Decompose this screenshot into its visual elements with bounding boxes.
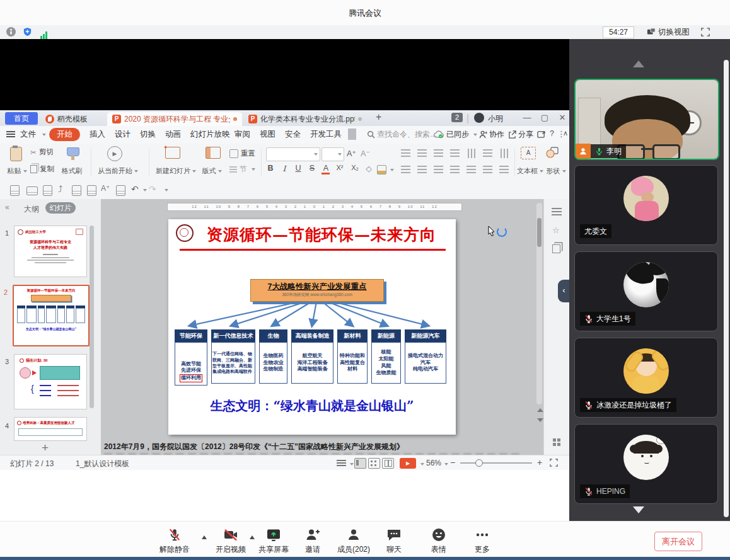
indent-increase-icon[interactable] <box>450 149 460 157</box>
tab-outline[interactable]: 大纲 <box>24 204 39 215</box>
format-painter-button[interactable]: 格式刷 <box>55 166 88 176</box>
emoji-button[interactable]: 表情 <box>431 527 446 555</box>
wps-doc-tab-active[interactable]: P 2020 资源循环科学与工程 专业介绍 <box>107 112 242 126</box>
canvas-scrollbar-track[interactable] <box>536 203 542 404</box>
menu-devtools[interactable]: 开发工具 <box>310 129 342 140</box>
underline-button[interactable]: U <box>293 164 304 173</box>
distribute-icon[interactable] <box>466 166 476 174</box>
cloud-sync-icon[interactable] <box>434 130 444 141</box>
chat-button[interactable]: 聊天 <box>386 527 402 555</box>
indent-decrease-icon[interactable] <box>434 149 443 157</box>
collapse-panel-button[interactable]: « <box>5 203 9 212</box>
print-icon[interactable] <box>26 186 38 195</box>
share-label[interactable]: 分享 <box>518 129 533 140</box>
clear-format-button[interactable]: ◇ <box>363 164 374 173</box>
leave-meeting-button[interactable]: 离开会议 <box>654 532 702 551</box>
fullscreen-icon[interactable] <box>701 28 710 39</box>
menu-review[interactable]: 审阅 <box>235 129 250 140</box>
tab-count-badge[interactable]: 2 <box>451 113 463 122</box>
network-signal-icon[interactable] <box>40 28 48 39</box>
copy-button[interactable]: 复制 <box>30 164 54 174</box>
tab-slides[interactable]: 幻灯片 <box>45 202 76 214</box>
share-icon[interactable] <box>508 130 516 141</box>
align-center-icon[interactable] <box>417 166 427 174</box>
superscript-button[interactable]: X² <box>334 164 345 171</box>
font-name-combo[interactable] <box>266 147 320 161</box>
view-reading-button[interactable] <box>382 458 394 469</box>
new-tab-button[interactable]: + <box>376 111 381 123</box>
menu-design[interactable]: 设计 <box>115 129 130 140</box>
slide-thumbnail-2-selected[interactable]: 资源循环—节能环保—未来方向 生态文明：“绿水青山就是金山银山” <box>13 285 90 346</box>
menu-view[interactable]: 视图 <box>260 129 275 140</box>
cut-button[interactable]: ✂剪切 <box>30 147 54 157</box>
prev-slide-button[interactable] <box>537 408 543 412</box>
zoom-out-button[interactable]: − <box>450 457 455 467</box>
more-button[interactable]: 更多 <box>475 527 490 555</box>
view-normal-button[interactable] <box>354 458 366 469</box>
print-preview-icon[interactable] <box>43 185 52 196</box>
beautify-icon[interactable]: ☆ <box>552 226 560 235</box>
justify-icon[interactable] <box>450 166 460 174</box>
participant-tile[interactable]: 尤委文 <box>574 165 718 245</box>
help-button[interactable]: ? <box>550 129 554 138</box>
redo-button[interactable]: ↷ <box>149 184 156 194</box>
thumb-scrollbar[interactable] <box>90 226 94 408</box>
reset-button[interactable]: 重置 <box>229 149 255 158</box>
panel-toggle[interactable]: ‹ <box>558 280 570 302</box>
clipboard-icon[interactable] <box>87 185 96 196</box>
slide-thumbnail-1[interactable]: 武汉轻工大学 资源循环科学与工程专业 人才培养的伟大实践 <box>14 226 87 277</box>
align-right-icon[interactable] <box>434 166 443 174</box>
zoom-slider-track[interactable] <box>460 462 532 464</box>
menu-animation[interactable]: 动画 <box>165 129 181 140</box>
next-slide-button[interactable] <box>537 418 543 422</box>
subscript-button[interactable]: X₂ <box>349 164 361 171</box>
wps-template-tab[interactable]: 稻壳模板 <box>40 112 93 126</box>
duplicate-icon[interactable] <box>72 185 81 196</box>
slide-thumbnail-4[interactable]: 培养目标：高素质应用型创新人才 <box>14 417 87 441</box>
properties-icon[interactable] <box>552 208 562 215</box>
slideshow-play-button[interactable]: ▶ <box>400 458 416 469</box>
font-decrease-button[interactable]: A⁻ <box>361 149 370 158</box>
numbering-icon[interactable] <box>417 149 427 157</box>
align-text-icon[interactable] <box>500 149 508 158</box>
edit-mode-icon[interactable] <box>537 130 546 141</box>
info-icon[interactable] <box>6 27 16 37</box>
format-tool-icon[interactable]: A⁺ <box>101 184 110 193</box>
align-left-icon[interactable] <box>401 166 410 174</box>
switch-view-button[interactable]: 切换视图 <box>647 26 690 38</box>
add-slide-button[interactable]: + <box>42 441 49 455</box>
paste-button[interactable]: 粘贴 <box>3 166 32 176</box>
text-tool-icon[interactable] <box>377 165 386 174</box>
menu-slideshow[interactable]: 幻灯片放映 <box>190 129 230 140</box>
save-as-icon[interactable] <box>116 185 125 196</box>
import-export-icon[interactable]: ⤴ <box>58 184 62 194</box>
zoom-slider-knob[interactable] <box>475 459 483 467</box>
text-direction-icon[interactable] <box>467 149 475 158</box>
search-input[interactable]: 查找命令、搜索... <box>377 129 436 140</box>
start-video-button[interactable]: 开启视频 <box>216 527 246 555</box>
font-color-button[interactable]: A <box>320 164 332 173</box>
section-button[interactable]: 节 <box>229 164 255 174</box>
new-slide-button[interactable]: 新建幻灯片 <box>151 166 200 176</box>
customize-quickbar-icon[interactable] <box>165 189 168 191</box>
paragraph-spacing-icon[interactable] <box>499 166 509 174</box>
menu-security[interactable]: 安全 <box>285 129 301 140</box>
textbox-button[interactable]: 文本框 <box>516 166 545 176</box>
collab-label[interactable]: 协作 <box>489 129 504 140</box>
slide[interactable]: 资源循环—节能环保—未来方向 7大战略性新兴产业发展重点 360市场研究网 ww… <box>168 219 456 435</box>
zoom-in-button[interactable]: + <box>537 457 542 467</box>
bold-button[interactable]: B <box>265 164 276 173</box>
grid-view-icon[interactable] <box>553 438 556 442</box>
menu-transition[interactable]: 切换 <box>140 129 156 140</box>
font-increase-button[interactable]: A⁺ <box>347 149 356 158</box>
shapes-button[interactable]: 形状 <box>543 166 569 176</box>
columns-icon[interactable] <box>483 149 492 157</box>
avatar[interactable] <box>474 113 484 123</box>
restore-button[interactable]: ▢ <box>538 113 551 122</box>
close-button[interactable]: ✕ <box>556 113 569 122</box>
collapse-ribbon-button[interactable]: ∧ <box>563 129 568 137</box>
members-button[interactable]: 成员(202) <box>337 527 370 555</box>
participant-tile[interactable]: 大学生1号 <box>574 251 718 331</box>
view-sorter-button[interactable] <box>368 458 380 469</box>
video-options-chevron[interactable] <box>250 535 255 539</box>
